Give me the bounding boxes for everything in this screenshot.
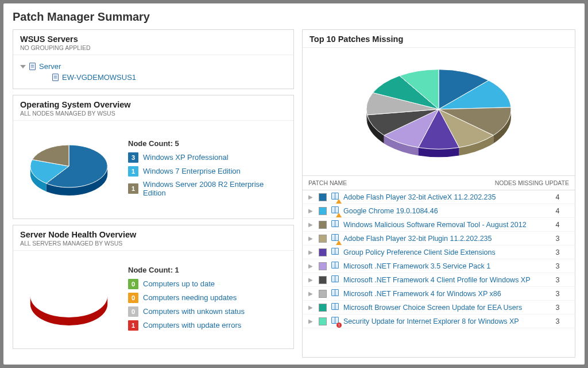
patch-icon: [331, 262, 339, 270]
os-legend: Node Count: 5 3Windows XP Professional1W…: [128, 139, 287, 201]
patch-link[interactable]: Windows Malicious Software Removal Tool …: [343, 221, 541, 229]
patch-icon: [331, 289, 339, 298]
warning-icon: [336, 213, 342, 217]
wsus-title: WSUS Servers: [20, 34, 287, 44]
health-panel: Server Node Health Overview All servers …: [13, 225, 294, 349]
tree-root-label[interactable]: Server: [39, 62, 61, 71]
count-badge: 0: [128, 279, 138, 289]
tree-row-child[interactable]: EW-VGDEMOWSUS1: [20, 72, 287, 83]
legend-label[interactable]: Computers needing updates: [143, 293, 237, 302]
count-badge: 0: [128, 293, 138, 303]
patch-link[interactable]: Adobe Flash Player 32-bit ActiveX 11.2.2…: [343, 193, 541, 201]
health-count-value: 1: [175, 266, 179, 274]
warning-icon: [336, 199, 342, 204]
page-title: Patch Manager Summary: [13, 10, 575, 24]
legend-item[interactable]: 0Computers needing updates: [128, 293, 287, 303]
color-swatch: [319, 262, 327, 270]
legend-item[interactable]: 0Computers up to date: [128, 279, 287, 289]
patch-link[interactable]: Microsoft .NET Framework 4 Client Profil…: [343, 276, 541, 284]
color-swatch: [319, 304, 327, 312]
legend-item[interactable]: 3Windows XP Professional: [128, 152, 287, 163]
table-row: ▶Microsoft .NET Framework 4 Client Profi…: [303, 273, 575, 287]
expand-icon[interactable]: ▶: [308, 249, 314, 255]
patch-link[interactable]: Group Policy Preference Client Side Exte…: [343, 248, 541, 256]
count-badge: 1: [128, 320, 138, 331]
count-badge: 0: [128, 306, 138, 317]
os-sub: All nodes managed by WSUS: [20, 110, 287, 117]
legend-item[interactable]: 1Windows 7 Enterprise Edition: [128, 166, 287, 177]
patch-link[interactable]: Security Update for Internet Explorer 8 …: [343, 317, 541, 325]
color-swatch: [319, 290, 327, 298]
wsus-header: WSUS Servers No grouping applied: [13, 30, 293, 55]
patch-count: 3: [546, 235, 569, 243]
table-row: ▶!Security Update for Internet Explorer …: [303, 315, 575, 328]
patches-pie-chart: [303, 48, 575, 175]
document-icon: [29, 63, 36, 70]
expand-icon[interactable]: ▶: [308, 194, 314, 200]
expand-icon[interactable]: ▶: [308, 277, 314, 283]
warning-icon: [336, 240, 342, 245]
legend-label[interactable]: Windows 7 Enterprise Edition: [143, 167, 241, 175]
patch-link[interactable]: Microsoft Browser Choice Screen Update f…: [343, 304, 541, 312]
patch-icon: [331, 275, 339, 284]
patch-icon: [331, 220, 339, 229]
expand-icon[interactable]: ▶: [308, 208, 314, 214]
legend-label[interactable]: Windows Server 2008 R2 Enterprise Editio…: [143, 180, 287, 197]
patch-icon: [331, 303, 339, 312]
os-title: Operating System Overview: [20, 100, 287, 109]
tree-child-label[interactable]: EW-VGDEMOWSUS1: [62, 73, 136, 82]
health-count: Node Count: 1: [128, 266, 287, 274]
health-sub: All servers managed by WSUS: [20, 240, 287, 247]
col-patch-name: Patch Name: [308, 179, 347, 186]
table-row: ▶Windows Malicious Software Removal Tool…: [303, 218, 575, 232]
expand-icon[interactable]: ▶: [308, 235, 314, 241]
patch-count: 3: [546, 276, 569, 284]
table-row: ▶Adobe Flash Player 32-bit Plugin 11.2.2…: [303, 232, 575, 246]
expand-icon[interactable]: ▶: [308, 221, 314, 228]
patch-count: 4: [546, 221, 569, 229]
count-badge: 1: [128, 183, 138, 194]
patches-panel: Top 10 Patches Missing Patch Name Nodes …: [302, 29, 575, 358]
wsus-tree: Server EW-VGDEMOWSUS1: [13, 55, 293, 89]
patch-count: 3: [546, 304, 569, 312]
legend-item[interactable]: 1Windows Server 2008 R2 Enterprise Editi…: [128, 180, 287, 197]
chevron-down-icon[interactable]: [20, 65, 26, 68]
patch-link[interactable]: Microsoft .NET Framework 3.5 Service Pac…: [343, 262, 541, 270]
patch-icon: [331, 248, 339, 256]
patches-title: Top 10 Patches Missing: [310, 34, 568, 44]
health-body: Node Count: 1 0Computers up to date0Comp…: [13, 251, 293, 348]
error-icon: !: [336, 323, 342, 328]
tree-row-root[interactable]: Server: [20, 61, 287, 72]
expand-icon[interactable]: ▶: [308, 304, 314, 310]
legend-item[interactable]: 1Computers with update errors: [128, 320, 287, 331]
expand-icon[interactable]: ▶: [308, 290, 314, 297]
os-count-value: 5: [175, 139, 179, 148]
legend-label[interactable]: Computers up to date: [143, 279, 215, 288]
app-root: Patch Manager Summary WSUS Servers No gr…: [3, 3, 585, 365]
patch-link[interactable]: Microsoft .NET Framework 4 for Windows X…: [343, 290, 541, 298]
expand-icon[interactable]: ▶: [308, 263, 314, 269]
color-swatch: [319, 193, 327, 201]
os-count: Node Count: 5: [128, 139, 287, 148]
patch-link[interactable]: Adobe Flash Player 32-bit Plugin 11.2.20…: [343, 235, 541, 243]
color-swatch: [319, 207, 327, 215]
expand-icon[interactable]: ▶: [308, 318, 314, 324]
table-row: ▶Microsoft .NET Framework 4 for Windows …: [303, 287, 575, 301]
color-swatch: [319, 235, 327, 243]
color-swatch: [319, 221, 327, 229]
table-row: ▶Google Chrome 19.0.1084.464: [303, 204, 575, 218]
legend-label[interactable]: Computers with update errors: [143, 321, 241, 329]
patches-table-body: ▶Adobe Flash Player 32-bit ActiveX 11.2.…: [303, 190, 575, 328]
patch-link[interactable]: Google Chrome 19.0.1084.46: [343, 207, 541, 215]
legend-label[interactable]: Windows XP Professional: [143, 153, 229, 162]
os-count-label: Node Count:: [128, 139, 173, 148]
patch-icon: [331, 193, 339, 201]
os-header: Operating System Overview All nodes mana…: [13, 95, 293, 121]
legend-item[interactable]: 0Computers with unkown status: [128, 306, 287, 317]
wsus-sub: No grouping applied: [20, 44, 287, 51]
patch-icon: [331, 206, 339, 215]
patch-icon: [331, 234, 339, 243]
table-row: ▶Microsoft .NET Framework 3.5 Service Pa…: [303, 259, 575, 273]
legend-label[interactable]: Computers with unkown status: [143, 307, 245, 316]
patches-table-head: Patch Name Nodes Missing Update: [303, 175, 575, 190]
